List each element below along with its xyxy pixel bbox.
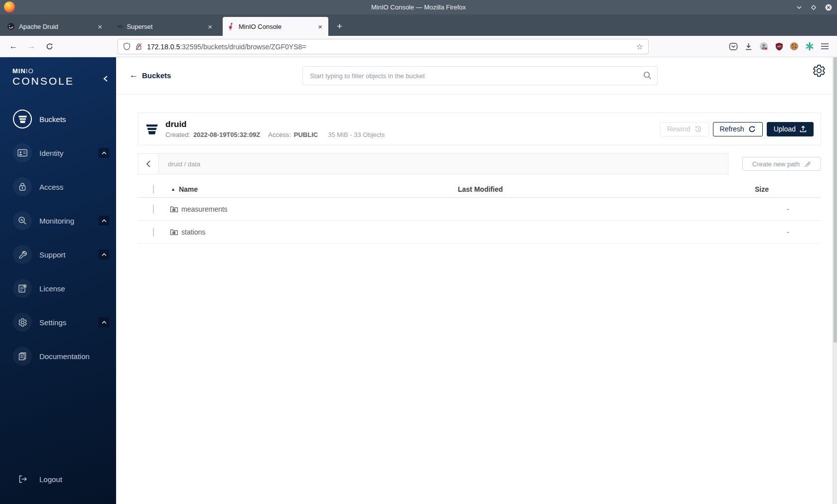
objects-table: ▲ Name Last Modified Size measurements - [138, 181, 821, 244]
rewind-button[interactable]: Rewind [660, 122, 709, 136]
logo-io: IO [26, 67, 34, 75]
sidebar-item-identity[interactable]: Identity [0, 136, 116, 170]
logout-label: Logout [39, 475, 62, 484]
chevron-up-icon[interactable] [99, 216, 109, 226]
identity-icon [13, 143, 32, 162]
tab-label: MinIO Console [239, 23, 312, 30]
breadcrumb-path[interactable]: druid / data [159, 154, 200, 174]
console-settings-gear-icon[interactable] [812, 64, 826, 80]
sidebar-item-documentation[interactable]: Documentation [0, 339, 116, 373]
create-new-path-button[interactable]: Create new path [742, 157, 821, 171]
firefox-logo-icon [4, 1, 15, 12]
access-label: Access: [268, 131, 291, 138]
sidebar-item-label: Buckets [39, 115, 66, 124]
sidebar-item-settings[interactable]: Settings [0, 305, 116, 339]
back-to-buckets-link[interactable]: ← Buckets [130, 70, 171, 80]
pocket-icon[interactable] [729, 42, 738, 51]
sort-ascending-icon[interactable]: ▲ [171, 187, 175, 192]
filter-objects-input[interactable] [302, 66, 658, 85]
druid-favicon [7, 22, 15, 30]
object-size: - [755, 205, 821, 213]
upload-label: Upload [774, 125, 796, 133]
rewind-icon [695, 126, 702, 133]
multicolor-asterisk-extension-icon[interactable] [805, 42, 814, 51]
url-bar[interactable]: 172.18.0.5:32595/buckets/druid/browse/ZG… [118, 39, 649, 54]
access-lock-icon [13, 177, 32, 196]
documentation-icon [13, 347, 32, 366]
insecure-lock-icon[interactable] [135, 42, 142, 51]
sidebar-collapse-icon[interactable] [103, 75, 108, 84]
left-arrow-icon: ← [130, 70, 138, 80]
window-maximize-button[interactable] [811, 4, 817, 10]
sidebar-logout[interactable]: Logout [0, 462, 116, 496]
page-scrollbar[interactable] [833, 57, 837, 504]
scrollbar-thumb[interactable] [834, 57, 837, 343]
column-header-name[interactable]: Name [179, 185, 198, 193]
tab-close-icon[interactable]: × [206, 22, 214, 31]
table-row[interactable]: stations - [138, 221, 821, 244]
privacy-extension-icon[interactable] [759, 42, 769, 51]
breadcrumb-bar: druid / data [138, 153, 728, 174]
bucket-summary-card: druid Created: 2022-08-19T05:32:09Z Acce… [138, 113, 821, 145]
object-name[interactable]: measurements [181, 205, 228, 213]
window-title: MinIO Console — Mozilla Firefox [0, 3, 837, 11]
browser-toolbar: ← → 172.18.0.5:32595/buckets/druid/brows… [0, 36, 837, 57]
bucket-icon [145, 124, 158, 135]
sidebar-menu: Buckets Identity Access Monitoring Suppo… [0, 102, 116, 373]
superset-favicon: ∞ [117, 22, 123, 30]
ublock-icon[interactable]: uO [775, 42, 783, 51]
object-name[interactable]: stations [181, 228, 205, 236]
refresh-button[interactable]: Refresh [713, 122, 763, 136]
window-minimize-button[interactable] [796, 5, 802, 9]
sidebar-item-label: Support [39, 251, 66, 259]
back-label: Buckets [142, 71, 171, 80]
downloads-icon[interactable] [744, 42, 753, 51]
path-back-button[interactable] [139, 154, 159, 174]
path-row: druid / data Create new path [138, 153, 821, 174]
tab-close-icon[interactable]: × [316, 22, 324, 31]
svg-text:uO: uO [777, 44, 781, 47]
sidebar-item-license[interactable]: License [0, 271, 116, 305]
tab-apache-druid[interactable]: Apache Druid × [2, 17, 108, 36]
bucket-size-summary: 35 MiB - 33 Objects [328, 131, 385, 138]
sidebar-item-buckets[interactable]: Buckets [0, 102, 116, 136]
chevron-up-icon[interactable] [99, 250, 109, 259]
settings-gear-icon [13, 313, 32, 332]
tab-close-icon[interactable]: × [96, 22, 104, 31]
shield-permissions-icon[interactable] [123, 42, 131, 51]
back-button[interactable]: ← [6, 36, 21, 57]
cookie-extension-icon[interactable] [790, 42, 799, 51]
new-tab-button[interactable]: + [337, 21, 342, 32]
sidebar-item-support[interactable]: Support [0, 238, 116, 271]
sidebar-item-monitoring[interactable]: Monitoring [0, 204, 116, 238]
sidebar-item-access[interactable]: Access [0, 170, 116, 204]
tab-label: Apache Druid [19, 23, 92, 30]
row-checkbox[interactable] [153, 228, 154, 237]
chevron-up-icon[interactable] [99, 148, 109, 158]
bucket-name: druid [165, 120, 385, 129]
main-content: ← Buckets druid Created: 2022-08-19T05:3… [116, 57, 837, 504]
reload-button[interactable] [42, 36, 57, 57]
create-path-label: Create new path [752, 160, 800, 168]
menu-hamburger-icon[interactable] [821, 43, 829, 50]
chevron-up-icon[interactable] [99, 317, 109, 327]
bookmark-star-icon[interactable]: ☆ [636, 42, 643, 51]
table-row[interactable]: measurements - [138, 198, 821, 221]
url-text: 172.18.0.5:32595/buckets/druid/browse/ZG… [147, 43, 632, 51]
sidebar-item-label: Access [39, 183, 63, 191]
sidebar-item-label: Identity [39, 149, 63, 157]
tab-superset[interactable]: ∞ Superset × [113, 17, 218, 36]
tab-minio-console[interactable]: MinIO Console × [223, 17, 328, 36]
forward-button[interactable]: → [24, 36, 39, 57]
row-checkbox[interactable] [153, 205, 154, 214]
browser-tab-bar: Apache Druid × ∞ Superset × MinIO Consol… [0, 14, 837, 36]
access-value: PUBLIC [294, 131, 318, 138]
window-close-button[interactable] [825, 4, 832, 11]
column-header-size[interactable]: Size [755, 185, 821, 193]
select-all-checkbox[interactable] [153, 185, 154, 194]
create-path-icon [804, 160, 811, 167]
object-size: - [755, 228, 821, 236]
column-header-last-modified[interactable]: Last Modified [446, 185, 755, 193]
tab-label: Superset [127, 23, 202, 30]
upload-button[interactable]: Upload [767, 122, 814, 136]
